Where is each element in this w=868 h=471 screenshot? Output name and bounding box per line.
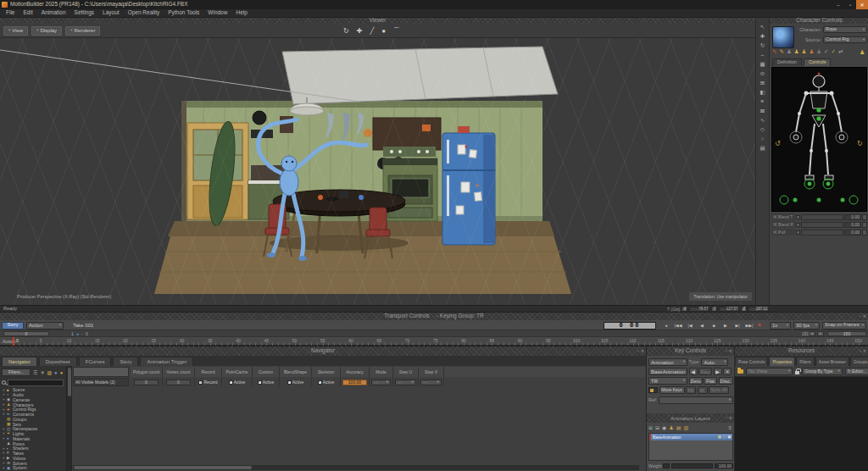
zero-button[interactable]: Zero (689, 377, 703, 385)
cell-checkbox[interactable]: ✓ (318, 380, 322, 385)
key-type-select[interactable]: Auto▾ (701, 358, 728, 366)
range-right-arrow[interactable]: ▸ (817, 331, 824, 336)
mirror-arrows-icon[interactable]: ⇄ (838, 49, 843, 55)
minimize-button[interactable]: – (832, 0, 844, 9)
tab-asset-browser[interactable]: Asset Browser (815, 357, 849, 366)
ik-row-slider[interactable] (801, 230, 843, 236)
loop-flag-icon[interactable]: ⚑ (757, 323, 761, 328)
cell-field[interactable]: 0 (134, 380, 159, 385)
playhead-marker[interactable] (13, 337, 14, 346)
fps-select[interactable]: 30 fps▾ (793, 322, 820, 330)
character-dim2-icon[interactable]: ♟ (816, 49, 821, 55)
cell-checkbox[interactable]: ✓ (198, 380, 203, 385)
search-input[interactable] (8, 380, 64, 386)
cell-checkbox[interactable]: ✓ (229, 380, 233, 385)
list-view-icon[interactable]: ☰ (33, 370, 37, 375)
flat-button[interactable]: Flat (704, 377, 717, 385)
tree-item-system[interactable]: +▣System (0, 466, 67, 471)
snap-mode-select[interactable]: Snap on Frames▾ (822, 322, 866, 330)
tab-controls[interactable]: Controls (804, 58, 831, 66)
solo-layer-icon[interactable]: ◉ (662, 425, 666, 430)
close-icon[interactable]: ✕ (729, 349, 732, 353)
select-icon[interactable]: ↖ (760, 25, 765, 30)
tab-story[interactable]: Story (113, 357, 138, 366)
tab-dopesheet[interactable]: Dopesheet (39, 357, 77, 366)
tree-scrollbar-thumb[interactable] (68, 368, 71, 396)
view-select[interactable]: No View▾ (746, 368, 793, 375)
renderer-menu-button[interactable]: ▾Renderer (65, 26, 100, 36)
add-icon[interactable]: ⊞ (760, 80, 765, 86)
menu-python-tools[interactable]: Python Tools (164, 10, 203, 16)
tab-animation-trigger[interactable]: Animation Trigger (140, 357, 193, 366)
go-to-start-button[interactable]: |◀◀ (672, 324, 684, 328)
close-icon[interactable]: ✕ (863, 314, 866, 319)
keying-group-select[interactable]: TR▾ (648, 377, 687, 385)
light-icon[interactable]: ● (381, 28, 386, 35)
move-keys-button[interactable]: Move Keys (659, 386, 685, 394)
menu-settings[interactable]: Settings (70, 10, 99, 16)
menu-animation[interactable]: Animation (37, 10, 70, 16)
layer-lock-icon[interactable]: ▦ (718, 435, 721, 440)
folder-icon[interactable] (737, 369, 743, 374)
fingers-green-icon[interactable]: ✓ (824, 49, 828, 55)
editor-button[interactable]: ↻Editor... (845, 368, 868, 375)
arc-icon[interactable]: ⌒ (393, 28, 400, 35)
column-header-polygon-count[interactable]: Polygon count (131, 367, 163, 377)
column-header-vertex-count[interactable]: Vertex count (163, 367, 195, 377)
ik-row-slider[interactable] (801, 222, 843, 228)
range-start-field[interactable]: 0 (3, 331, 49, 336)
menu-open-reality[interactable]: Open Reality (124, 10, 164, 16)
column-header-blendshape[interactable]: BlendShape (280, 367, 312, 377)
delete-key-button[interactable]: ✕ (723, 368, 732, 375)
split-view-icon[interactable]: ◧ (760, 90, 765, 96)
cell-checkbox[interactable]: ✓ (258, 380, 262, 385)
character-yellow-icon[interactable]: ♟ (794, 49, 799, 55)
add-layer-icon[interactable]: ⊞ (648, 425, 653, 430)
menu-help[interactable]: Help (231, 10, 251, 16)
ik-row-button[interactable] (862, 222, 867, 228)
step-back-button[interactable]: ◀ (696, 324, 708, 328)
folder-b-icon[interactable]: ▥ (683, 425, 688, 430)
fk-button[interactable]: FK (686, 386, 696, 394)
close-button[interactable]: ✕ (856, 0, 868, 9)
circle-icon[interactable]: ○ (761, 136, 765, 142)
diamond-icon[interactable]: ◇ (760, 127, 765, 133)
keying-mode-toggle[interactable] (648, 387, 658, 393)
group-by-select[interactable]: Group By Type▾ (802, 368, 843, 375)
ik-row-checkbox[interactable] (796, 223, 800, 227)
dolly-icon[interactable]: ╱ (370, 28, 374, 35)
ik-row-checkbox[interactable] (796, 215, 800, 219)
playback-speed-select[interactable]: 1x▾ (770, 322, 791, 330)
dock-icon[interactable]: ▫ (637, 349, 639, 353)
viewport-3d[interactable]: Producer Perspective (X-Ray) (Std-Render… (0, 38, 755, 305)
animation-layers-list[interactable]: BaseAnimation ▦▢▣ (648, 433, 733, 461)
list-icon[interactable]: ≡ (761, 99, 765, 105)
menu-file[interactable]: File (2, 10, 19, 16)
column-header-mode[interactable]: Mode (370, 367, 393, 377)
remove-layer-icon[interactable]: ⊟ (655, 425, 659, 430)
next-key-button[interactable]: ▶ (714, 368, 722, 375)
play-button[interactable]: ▶ (720, 324, 732, 328)
ik-row-button[interactable] (862, 214, 867, 220)
view-menu-button[interactable]: ▾View (3, 26, 28, 36)
character-orange-icon[interactable]: ♟ (809, 49, 814, 55)
character-layer-icon[interactable]: ♟ (669, 425, 673, 430)
curve-icon[interactable]: ∿ (760, 118, 765, 124)
folder-icon[interactable]: ▨ (47, 370, 52, 375)
animation-layer-select[interactable]: BaseAnimation▾ (648, 368, 687, 375)
blue-sphere-icon[interactable]: ● (54, 370, 58, 375)
orbit-icon[interactable]: ↻ (343, 28, 349, 35)
cell-field[interactable]: 0 (166, 380, 192, 385)
lock-icon[interactable] (795, 371, 799, 374)
gold-sphere-icon[interactable]: ● (60, 370, 64, 375)
cell-select[interactable]: ---▾ (395, 380, 416, 385)
character-gold-icon[interactable]: ♟ (802, 49, 807, 55)
close-icon[interactable]: ✕ (863, 349, 866, 353)
menu-layout[interactable]: Layout (98, 10, 124, 16)
wand-icon[interactable]: ✳ (40, 370, 44, 375)
ik-button[interactable]: IK (698, 386, 708, 394)
discontinuity-button[interactable]: Disc. (719, 377, 733, 385)
tab-navigator[interactable]: Navigator (2, 357, 37, 366)
filters-button[interactable]: Filters... (2, 368, 31, 376)
cell-select[interactable]: ---▾ (420, 380, 442, 385)
